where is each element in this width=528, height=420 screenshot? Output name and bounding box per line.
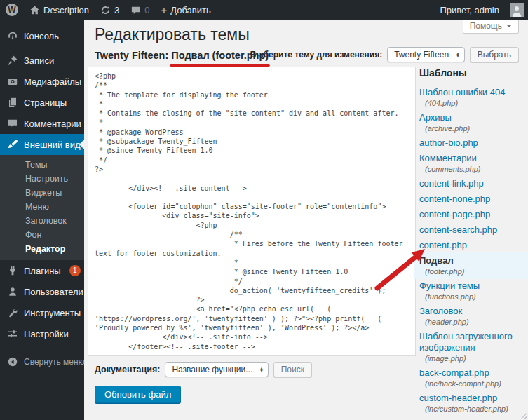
template-link-custom-header[interactable]: custom-header.php (inc/custom-header.php… <box>419 393 524 414</box>
template-link-author-bio[interactable]: author-bio.php <box>419 137 524 149</box>
theme-select-value: Twenty Fifteen <box>394 50 449 60</box>
sidebar-item-label: Комментарии <box>24 119 81 128</box>
theme-name-prefix: Twenty Fifteen: <box>95 50 171 61</box>
wrench-icon <box>6 307 18 318</box>
sidebar-item-dashboard[interactable]: Консоль <box>0 25 84 46</box>
add-label: Добавить <box>170 5 210 15</box>
sidebar-item-label: Инструменты <box>24 309 81 318</box>
sidebar-item-pages[interactable]: Страницы <box>0 92 84 113</box>
update-file-button[interactable]: Обновить файл <box>95 386 181 403</box>
pushpin-icon <box>6 55 18 66</box>
submenu-item-themes[interactable]: Темы <box>0 158 84 172</box>
sidebar-item-label: Плагины <box>24 266 61 276</box>
updates-count: 3 <box>114 5 119 15</box>
help-label: Помощь <box>470 21 502 31</box>
account-menu[interactable]: Привет, admin <box>434 5 505 15</box>
choose-theme-button[interactable]: Выбрать <box>470 47 519 62</box>
theme-select[interactable]: Twenty Fifteen ▲▼ <box>387 47 465 62</box>
submenu-item-header[interactable]: Заголовок <box>0 215 84 229</box>
sliders-icon <box>6 328 18 339</box>
template-link-functions[interactable]: Функции темы (functions.php) <box>419 280 524 302</box>
templates-panel: Шаблоны Шаблон ошибки 404 (404.php) Архи… <box>419 67 524 420</box>
content-area: Редактировать темы Помощь Twenty Fifteen… <box>84 20 528 420</box>
sidebar-item-users[interactable]: Пользователи <box>0 281 84 302</box>
sidebar-item-label: Медиафайлы <box>24 77 81 86</box>
theme-chooser: Выберите тему для изменения: Twenty Fift… <box>250 47 519 62</box>
select-arrows-icon: ▲▼ <box>259 367 263 373</box>
plugins-update-badge: 1 <box>69 265 81 276</box>
pages-icon <box>6 97 18 108</box>
updates-icon <box>100 5 111 15</box>
template-link-content-page[interactable]: content-page.php <box>419 209 524 220</box>
user-icon <box>6 286 18 297</box>
docs-select[interactable]: Название функции... ▲▼ <box>165 362 268 377</box>
media-icon <box>6 76 18 87</box>
site-name-label: Description <box>43 5 89 15</box>
updates-menu[interactable]: 3 <box>95 0 125 20</box>
template-link-back-compat[interactable]: back-compat.php (inc/back-compat.php) <box>419 367 524 388</box>
admin-bar: W Description 3 0 + Добавить Привет, adm… <box>0 0 528 20</box>
template-link-comments[interactable]: Комментарии (comments.php) <box>419 153 524 174</box>
submenu-item-widgets[interactable]: Виджеты <box>0 187 84 201</box>
documentation-row: Документация: Название функции... ▲▼ Пои… <box>95 362 312 377</box>
template-link-footer-current[interactable]: Подвал (footer.php) <box>414 252 528 279</box>
sidebar-item-label: Настройки <box>24 330 69 339</box>
submenu-item-background[interactable]: Фон <box>0 229 84 243</box>
wordpress-logo-icon: W <box>6 4 18 16</box>
sidebar-item-label: Внешний вид <box>24 140 81 149</box>
dashboard-icon <box>6 30 18 41</box>
sidebar-item-plugins[interactable]: Плагины 1 <box>0 260 84 281</box>
code-editor-textarea[interactable]: <?php /** * The template for displaying … <box>88 67 416 356</box>
plugin-icon <box>6 265 18 276</box>
select-arrows-icon: ▲▼ <box>456 52 459 58</box>
docs-label: Документация: <box>95 365 160 374</box>
comments-count: 0 <box>144 5 149 15</box>
sidebar-item-media[interactable]: Медиафайлы <box>0 71 84 92</box>
submenu-item-customize[interactable]: Настроить <box>0 172 84 187</box>
paintbrush-icon <box>6 139 18 150</box>
docs-search-button[interactable]: Поиск <box>273 362 312 377</box>
admin-menu: Консоль Записи Медиафайлы Страницы Комме… <box>0 20 84 420</box>
collapse-arrow-icon <box>6 356 18 367</box>
sidebar-item-posts[interactable]: Записи <box>0 50 84 71</box>
submenu-item-menus[interactable]: Меню <box>0 201 84 215</box>
comment-bubble-icon <box>130 5 141 15</box>
template-link-image[interactable]: Шаблон загруженного изображения (image.p… <box>419 331 524 363</box>
template-link-content[interactable]: content.php <box>419 240 524 251</box>
sidebar-item-label: Консоль <box>24 32 59 41</box>
new-content-menu[interactable]: + Добавить <box>156 0 217 20</box>
greeting-label: Привет, admin <box>440 5 499 15</box>
wordpress-logo-menu[interactable]: W <box>0 0 24 20</box>
sidebar-item-label: Страницы <box>24 98 67 107</box>
plus-icon: + <box>161 5 168 15</box>
avatar[interactable] <box>510 3 524 17</box>
sidebar-item-label: Записи <box>24 56 54 65</box>
template-link-404[interactable]: Шаблон ошибки 404 (404.php) <box>419 87 524 108</box>
template-link-content-search[interactable]: content-search.php <box>419 224 524 236</box>
template-link-content-link[interactable]: content-link.php <box>419 178 524 189</box>
docs-select-value: Название функции... <box>172 365 252 374</box>
comments-menu[interactable]: 0 <box>125 0 155 20</box>
sidebar-item-tools[interactable]: Инструменты <box>0 302 84 323</box>
page-title: Редактировать темы <box>95 25 250 46</box>
site-name-menu[interactable]: Description <box>24 0 95 20</box>
sidebar-item-settings[interactable]: Настройки <box>0 323 84 344</box>
comments-icon <box>6 118 18 129</box>
submenu-item-editor[interactable]: Редактор <box>0 243 84 257</box>
help-button[interactable]: Помощь <box>463 18 519 34</box>
editing-file-title: Twenty Fifteen: Подвал (footer.php) <box>95 50 269 61</box>
collapse-menu-button[interactable]: Свернуть меню <box>0 351 84 372</box>
appearance-submenu: Темы Настроить Виджеты Меню Заголовок Фо… <box>0 155 84 260</box>
collapse-menu-label: Свернуть меню <box>24 358 85 367</box>
sidebar-item-comments[interactable]: Комментарии <box>0 113 84 134</box>
template-link-header[interactable]: Заголовок (header.php) <box>419 306 524 327</box>
home-icon <box>29 5 40 15</box>
sidebar-item-label: Пользователи <box>24 287 83 297</box>
chevron-down-icon <box>506 25 512 30</box>
templates-panel-title: Шаблоны <box>419 67 524 79</box>
template-link-content-none[interactable]: content-none.php <box>419 194 524 205</box>
sidebar-item-appearance[interactable]: Внешний вид <box>0 134 84 155</box>
template-link-archive[interactable]: Архивы (archive.php) <box>419 112 524 133</box>
theme-select-label: Выберите тему для изменения: <box>250 50 382 60</box>
